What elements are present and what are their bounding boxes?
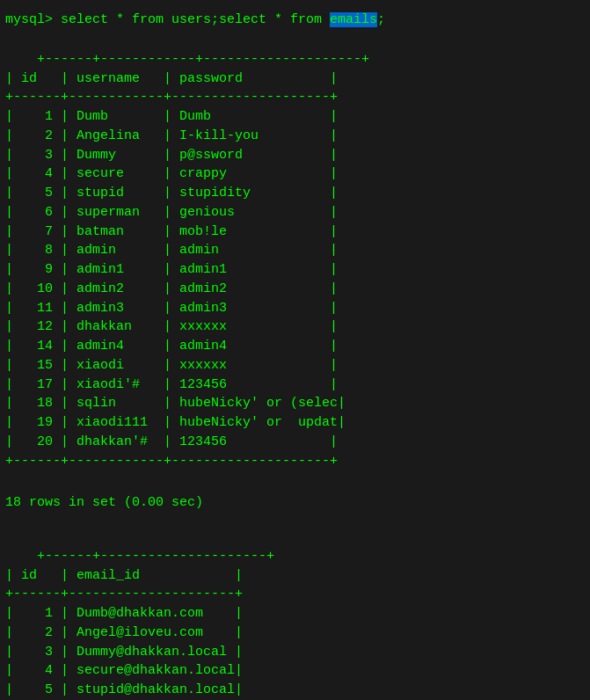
command-cursor: ; <box>377 12 385 27</box>
command-plain: select * from users;select * from <box>61 12 330 27</box>
table-row: | 9 | admin1 | admin1 | <box>5 262 338 277</box>
table-row: | 17 | xiaodi'# | 123456 | <box>5 377 338 392</box>
table-row: | 15 | xiaodi | xxxxxx | <box>5 358 338 373</box>
table-row: | 1 | Dumb@dhakkan.com | <box>5 606 243 621</box>
table2-sep-mid: +------+---------------------+ <box>5 587 243 602</box>
table-row: | 4 | secure | crappy | <box>5 166 338 181</box>
spacer <box>0 514 590 526</box>
table-row: | 3 | Dummy@dhakkan.local | <box>5 645 243 660</box>
table-row: | 11 | admin3 | admin3 | <box>5 301 338 316</box>
table-row: | 5 | stupid | stupidity | <box>5 186 338 201</box>
table-row: | 1 | Dumb | Dumb | <box>5 109 338 124</box>
table-row: | 4 | secure@dhakkan.local| <box>5 663 243 678</box>
table-row: | 19 | xiaodi111 | hubeNicky' or updat| <box>5 415 346 430</box>
table-row: | 14 | admin4 | admin4 | <box>5 339 338 354</box>
table-row: | 5 | stupid@dhakkan.local| <box>5 682 243 697</box>
mysql-prompt: mysql> <box>5 12 61 27</box>
table-row: | 2 | Angel@iloveu.com | <box>5 625 243 640</box>
table-row: | 12 | dhakkan | xxxxxx | <box>5 319 338 334</box>
command-highlight: emails <box>330 12 377 27</box>
table2: +------+---------------------+ | id | em… <box>0 526 590 700</box>
table1: +------+------------+-------------------… <box>0 29 590 492</box>
table1-sep-mid: +------+------------+-------------------… <box>5 90 338 105</box>
table-row: | 18 | sqlin | hubeNicky' or (selec| <box>5 396 346 411</box>
table-row: | 3 | Dummy | p@ssword | <box>5 148 338 163</box>
table-row: | 6 | superman | genious | <box>5 205 338 220</box>
table-row: | 10 | admin2 | admin2 | <box>5 281 338 296</box>
table1-sep-bot: +------+------------+-------------------… <box>5 454 338 469</box>
table2-header: | id | email_id | <box>5 568 243 583</box>
table-row: | 20 | dhakkan'# | 123456 | <box>5 434 338 449</box>
command-text: select * from users;select * from emails… <box>61 12 385 27</box>
prompt-line: mysql> select * from users;select * from… <box>0 11 590 29</box>
table-row: | 7 | batman | mob!le | <box>5 224 338 239</box>
table1-header: | id | username | password | <box>5 71 338 86</box>
terminal: mysql> select * from users;select * from… <box>0 7 590 700</box>
status-line: 18 rows in set (0.00 sec) <box>0 492 590 514</box>
table-row: | 2 | Angelina | I-kill-you | <box>5 128 338 143</box>
table1-sep-top: +------+------------+-------------------… <box>37 52 369 67</box>
table-row: | 8 | admin | admin | <box>5 243 338 258</box>
table2-sep-top: +------+---------------------+ <box>37 549 274 564</box>
